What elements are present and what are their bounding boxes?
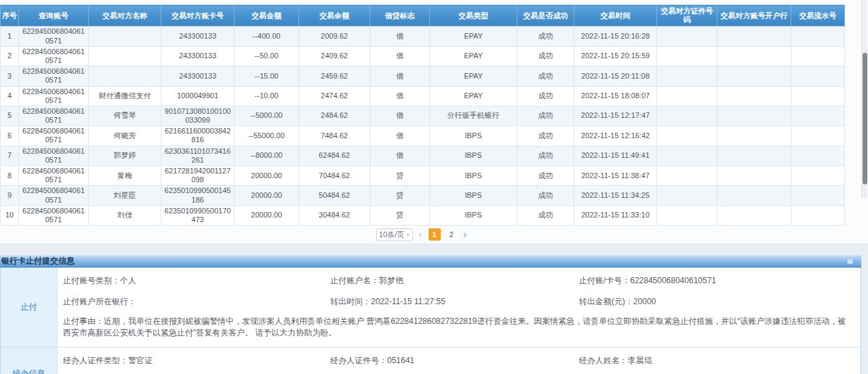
table-cell: 2022-11-15 11:33:10 xyxy=(574,205,657,225)
table-cell: 借 xyxy=(370,126,430,146)
table-cell: 10 xyxy=(1,205,19,225)
table-cell: 2022-11-15 12:16:42 xyxy=(574,126,657,146)
table-row: 96228450068040610571刘星臣62350109905001451… xyxy=(1,186,845,205)
table-cell: 借 xyxy=(370,46,430,66)
table-cell: 5 xyxy=(1,106,19,125)
table-cell: IBPS xyxy=(430,186,517,205)
stop-payment-box: 止付 止付账号类别：个人 止付账户名：郭梦艳 止付账/卡号：6228450068… xyxy=(0,268,861,374)
table-cell: 2474.62 xyxy=(299,86,370,106)
table-cell xyxy=(657,106,717,125)
table-cell: 成功 xyxy=(517,26,574,46)
table-cell: 2 xyxy=(1,46,19,66)
table-cell: 3 xyxy=(1,66,19,86)
table-cell: --55000.00 xyxy=(235,126,299,146)
table-cell: 2022-11-15 20:11:08 xyxy=(574,66,657,86)
table-cell: 6235010990500170473 xyxy=(161,205,235,225)
table-row: 76228450068040610571郭梦婷62303611010734162… xyxy=(1,146,845,165)
table-cell: 243300133 xyxy=(161,46,235,66)
field-label: 经办人证件类型： xyxy=(63,356,128,365)
table-cell: 何雪琴 xyxy=(89,106,161,125)
scrollbar-thumb[interactable] xyxy=(863,53,867,184)
table-cell xyxy=(89,26,161,46)
table-cell: 成功 xyxy=(517,66,574,86)
table-cell: 成功 xyxy=(517,126,574,146)
prev-page-button[interactable]: ‹ xyxy=(418,230,424,239)
table-row: 26228450068040610571243300133--50.002409… xyxy=(1,46,845,66)
table-cell: 30484.62 xyxy=(299,205,370,225)
column-header: 交易是否成功 xyxy=(517,5,574,26)
field-value: 李晨琨 xyxy=(628,356,652,365)
table-cell: --5000.00 xyxy=(235,106,299,125)
table-cell: --400.00 xyxy=(235,26,299,46)
table-cell xyxy=(657,46,717,66)
field-value: 20000 xyxy=(633,297,656,306)
table-cell: 8 xyxy=(1,166,19,186)
table-cell: 6 xyxy=(1,126,19,146)
table-cell xyxy=(717,205,791,225)
reason-label: 止付事由： xyxy=(63,316,104,326)
field-value: 6228450068040610571 xyxy=(630,276,716,285)
pagination: 10条/页 ∨ ‹ 1 2 › xyxy=(0,226,844,243)
table-cell xyxy=(791,46,845,66)
column-header: 交易对方证件号码 xyxy=(657,5,717,26)
stop-fields-row-2: 止付账户所在银行： 转出时间：2022-11-15 11:27:55 转出金额(… xyxy=(63,291,861,312)
collapse-icon[interactable] xyxy=(847,258,853,264)
table-cell xyxy=(657,126,717,146)
field-label: 经办人证件号： xyxy=(330,356,387,365)
vertical-scrollbar[interactable] xyxy=(861,0,867,198)
page-size-label: 10条/页 xyxy=(379,230,404,240)
transactions-panel: 序号查询账号交易对方名称交易对方账卡号交易金额交易余额借贷标志交易类型交易是否成… xyxy=(0,0,868,243)
table-row: 36228450068040610571243300133--15.002459… xyxy=(1,66,845,86)
table-cell: 62484.62 xyxy=(299,146,370,165)
page-size-select[interactable]: 10条/页 ∨ xyxy=(376,228,413,241)
table-cell: 20000.00 xyxy=(235,166,299,186)
field-value: 郭梦艳 xyxy=(379,276,403,285)
table-cell: 2484.62 xyxy=(299,106,370,125)
table-cell: 1000049901 xyxy=(161,86,235,106)
table-cell xyxy=(657,166,717,186)
table-cell xyxy=(791,186,845,205)
table-cell xyxy=(791,106,845,125)
table-cell: --8000.00 xyxy=(235,146,299,165)
handler-group-content: 经办人证件类型：警官证 经办人证件号：051641 经办人姓名：李晨琨 经办人电… xyxy=(58,348,861,374)
field-value: 051641 xyxy=(387,356,414,365)
table-cell: 2022-11-15 20:16:28 xyxy=(574,26,657,46)
table-cell: 成功 xyxy=(517,106,574,125)
transactions-table-body: 16228450068040610571243300133--400.00200… xyxy=(1,26,845,226)
stop-payment-section-bar: 银行卡止付提交信息 xyxy=(0,255,861,268)
table-cell: 9 xyxy=(1,186,19,205)
table-cell: 成功 xyxy=(517,186,574,205)
table-cell xyxy=(657,66,717,86)
table-cell: 4 xyxy=(1,86,19,106)
table-cell: 2009.62 xyxy=(299,26,370,46)
page-number-2[interactable]: 2 xyxy=(446,228,458,241)
transactions-table-head: 序号查询账号交易对方名称交易对方账卡号交易金额交易余额借贷标志交易类型交易是否成… xyxy=(1,5,845,26)
field-value: 个人 xyxy=(120,276,136,285)
stop-account-name-field: 止付账户名：郭梦艳 xyxy=(330,275,579,287)
table-cell: 9010713080100100033099 xyxy=(161,106,235,125)
chevron-right-icon: › xyxy=(464,229,467,240)
table-cell: 6216611600003842816 xyxy=(161,126,235,146)
table-cell: 何晓芳 xyxy=(89,126,161,146)
handler-name-field: 经办人姓名：李晨琨 xyxy=(579,355,861,367)
table-cell xyxy=(791,86,845,106)
table-cell: 2022-11-15 11:34:25 xyxy=(574,186,657,205)
table-cell: EPAY xyxy=(430,46,517,66)
next-page-button[interactable]: › xyxy=(462,230,469,239)
table-cell xyxy=(717,126,791,146)
table-cell: 6228450068040610571 xyxy=(19,26,89,46)
table-cell xyxy=(717,186,791,205)
stop-group-content: 止付账号类别：个人 止付账户名：郭梦艳 止付账/卡号：6228450068040… xyxy=(58,268,861,347)
table-cell: 借 xyxy=(370,66,430,86)
page-number-1[interactable]: 1 xyxy=(429,228,441,241)
table-cell: 6228450068040610571 xyxy=(19,166,89,186)
table-row: 86228450068040610571黄梅621728194200112709… xyxy=(1,166,845,186)
reason-text: 近期，我单位在接报刘妮被骗警情中，发现涉案人员利用贵单位相关账户 曹鸿基6228… xyxy=(63,316,846,337)
table-cell: 刘佳 xyxy=(89,205,161,225)
table-cell: 成功 xyxy=(517,46,574,66)
table-cell: 6228450068040610571 xyxy=(19,186,89,205)
column-header: 交易类型 xyxy=(430,5,517,26)
table-cell xyxy=(717,106,791,125)
table-cell: 6217281942001127098 xyxy=(161,166,235,186)
column-header: 借贷标志 xyxy=(370,5,430,26)
